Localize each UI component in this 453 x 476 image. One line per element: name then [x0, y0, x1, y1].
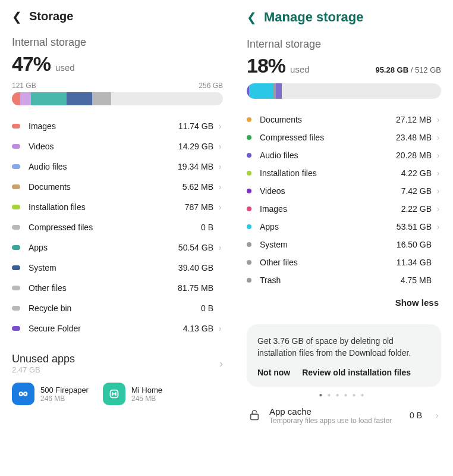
category-row[interactable]: Documents5.62 MB› — [12, 177, 223, 197]
category-value: 27.12 MB — [396, 115, 432, 124]
storage-pane: ❮ Storage Internal storage 47% used 121 … — [0, 0, 235, 476]
category-label: Apps — [29, 243, 178, 252]
titlebar-left: ❮ Storage — [12, 10, 223, 23]
category-row[interactable]: Videos7.42 GB› — [247, 182, 441, 200]
category-row[interactable]: Images2.22 GB› — [247, 200, 441, 218]
category-row[interactable]: Apps50.54 GB› — [12, 237, 223, 258]
app-icon — [12, 383, 34, 405]
app-icon — [103, 383, 125, 405]
app-size: 246 MB — [40, 394, 89, 403]
category-value: 19.34 MB — [178, 162, 213, 171]
unused-apps-header[interactable]: Unused apps 2.47 GB › — [12, 353, 223, 374]
category-label: Trash — [260, 275, 401, 285]
app-cache-subtitle: Temporary files apps use to load faster — [269, 416, 392, 425]
category-list: Images11.74 GB›Videos14.29 GB›Audio file… — [12, 116, 223, 339]
chevron-right-icon: › — [435, 133, 441, 142]
category-value: 81.75 MB — [178, 283, 213, 293]
capacity-labels: 121 GB 256 GB — [12, 82, 223, 90]
category-label: System — [29, 263, 178, 273]
category-label: Other files — [29, 283, 178, 293]
usage-percent: 47% — [12, 52, 51, 76]
unused-app[interactable]: Mi Home245 MB — [103, 383, 162, 405]
category-row[interactable]: Compressed files23.48 MB› — [247, 129, 441, 146]
category-row[interactable]: Installation files4.22 GB› — [247, 164, 441, 182]
category-dot — [12, 245, 20, 250]
category-dot — [12, 265, 20, 270]
category-label: Videos — [29, 142, 178, 151]
pager-dots[interactable]: ●●●●●● — [247, 387, 441, 402]
category-dot — [247, 189, 251, 193]
usage-percent: 18% — [247, 54, 285, 77]
category-label: System — [260, 240, 397, 249]
category-list: Documents27.12 MB›Compressed files23.48 … — [247, 111, 441, 289]
suggestion-actions: Not now Review old installation files — [257, 368, 430, 377]
category-value: 0 B — [201, 223, 213, 232]
page-title: Manage storage — [264, 10, 364, 25]
usage-percent-label: used — [55, 62, 75, 73]
category-row[interactable]: Images11.74 GB› — [12, 116, 223, 136]
category-value: 4.22 GB — [401, 168, 432, 178]
category-row[interactable]: Videos14.29 GB› — [12, 136, 223, 156]
chevron-right-icon: › — [435, 186, 441, 196]
category-row[interactable]: Audio files19.34 MB› — [12, 156, 223, 177]
category-value: 50.54 GB — [178, 243, 213, 252]
category-row: Other files81.75 MB› — [12, 278, 223, 298]
chevron-right-icon: › — [217, 243, 223, 252]
bar-segment — [249, 83, 273, 99]
unused-app[interactable]: 500 Firepaper246 MB — [12, 383, 89, 405]
category-dot — [12, 286, 20, 290]
show-less-toggle[interactable]: Show less — [247, 289, 441, 314]
category-label: Images — [260, 204, 401, 214]
bar-segment — [20, 92, 31, 105]
category-value: 11.74 GB — [178, 121, 213, 131]
chevron-right-icon: › — [435, 115, 441, 124]
category-label: Compressed files — [260, 133, 396, 142]
storage-bar — [12, 92, 223, 105]
manage-storage-pane: ❮ Manage storage Internal storage 18% us… — [235, 0, 453, 476]
category-dot — [12, 144, 20, 149]
not-now-button[interactable]: Not now — [257, 368, 290, 377]
category-value: 0 B — [201, 303, 213, 313]
category-dot — [247, 224, 251, 229]
category-label: Secure Folder — [29, 324, 183, 333]
category-row: Compressed files0 B› — [12, 217, 223, 237]
svg-rect-5 — [251, 414, 259, 419]
category-label: Audio files — [260, 151, 396, 160]
usage-percent-label: used — [290, 64, 310, 74]
category-row[interactable]: Documents27.12 MB› — [247, 111, 441, 129]
category-value: 39.40 GB — [178, 263, 213, 273]
back-icon[interactable]: ❮ — [12, 11, 22, 23]
category-label: Audio files — [29, 162, 178, 171]
usage-row: 18% used 95.28 GB / 512 GB — [247, 54, 441, 77]
suggestion-card: Get 3.76 GB of space by deleting old ins… — [247, 324, 441, 387]
category-label: Other files — [260, 258, 397, 267]
internal-storage-heading: Internal storage — [12, 36, 223, 49]
category-value: 53.51 GB — [397, 222, 432, 231]
back-icon[interactable]: ❮ — [247, 11, 257, 23]
category-dot — [12, 164, 20, 169]
category-row[interactable]: Apps53.51 GB› — [247, 218, 441, 236]
category-row: System16.50 GB› — [247, 236, 441, 253]
category-row[interactable]: Audio files20.28 MB› — [247, 146, 441, 164]
app-name: Mi Home — [131, 386, 162, 394]
category-row: Trash4.75 MB› — [247, 271, 441, 289]
category-label: Installation files — [29, 202, 185, 212]
app-cache-row[interactable]: App cache Temporary files apps use to lo… — [247, 402, 441, 430]
category-dot — [247, 242, 251, 247]
category-row[interactable]: Secure Folder4.13 GB› — [12, 318, 223, 339]
review-button[interactable]: Review old installation files — [302, 368, 411, 377]
unused-apps-size: 2.47 GB — [12, 365, 75, 374]
bar-segment — [92, 92, 111, 105]
bar-segment — [276, 83, 281, 99]
chevron-right-icon: › — [435, 222, 441, 231]
category-value: 5.62 MB — [183, 182, 213, 192]
used-gb: 95.28 GB — [375, 65, 408, 74]
unused-apps-title: Unused apps — [12, 353, 75, 365]
titlebar-right: ❮ Manage storage — [247, 10, 441, 25]
category-label: Installation files — [260, 168, 401, 178]
bar-segment — [12, 92, 20, 105]
category-label: Documents — [29, 182, 183, 192]
category-row[interactable]: Installation files787 MB› — [12, 197, 223, 217]
category-label: Apps — [260, 222, 397, 231]
chevron-right-icon: › — [217, 142, 223, 151]
